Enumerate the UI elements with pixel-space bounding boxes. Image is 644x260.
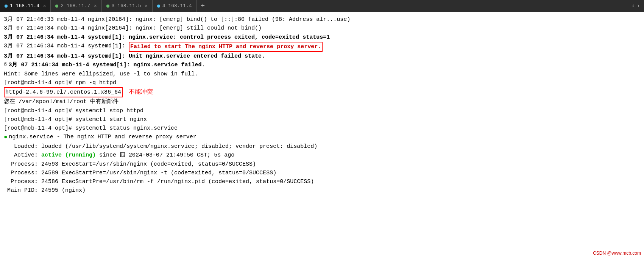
- tab-1[interactable]: 1 168.11.4 ✕: [0, 0, 51, 12]
- terminal-line-13: [root@mcb-11-4 opt]# systemctl status ng…: [4, 124, 640, 133]
- tab-3-dot: [106, 5, 109, 8]
- line-text-18: Process: 24589 ExecStartPre=/usr/sbin/ng…: [4, 169, 276, 177]
- tab-1-close[interactable]: ✕: [43, 3, 46, 9]
- line-text-1: 3月 07 21:46:33 mcb-11-4 nginx[20164]: ng…: [4, 15, 350, 24]
- terminal-line-15: Loaded: loaded (/usr/lib/systemd/system/…: [4, 142, 640, 151]
- terminal-line-19: Process: 24586 ExecStartPre=/usr/bin/rm …: [4, 177, 640, 186]
- terminal-line-20: Main PID: 24595 (nginx): [4, 186, 640, 195]
- line-num-6: 6: [4, 61, 7, 69]
- tab-add-button[interactable]: +: [197, 0, 209, 12]
- nav-left-arrow[interactable]: ‹: [632, 3, 635, 9]
- line-text-17: Process: 24593 ExecStart=/usr/sbin/nginx…: [4, 160, 256, 169]
- line-text-19: Process: 24586 ExecStartPre=/usr/bin/rm …: [4, 177, 314, 186]
- annotation-conflict: 不能冲突: [129, 87, 153, 97]
- terminal-line-12: [root@mcb-11-4 opt]# systemctl start ngi…: [4, 115, 640, 124]
- line-text-8: [root@mcb-11-4 opt]# rpm -q httpd: [4, 78, 116, 87]
- terminal-line-3: 3月 07 21:46:34 mcb-11-4 systemd[1]: ngin…: [4, 33, 640, 42]
- terminal-line-18: Process: 24589 ExecStartPre=/usr/sbin/ng…: [4, 169, 640, 177]
- tab-2-close[interactable]: ✕: [94, 3, 97, 9]
- terminal-line-17: Process: 24593 ExecStart=/usr/sbin/nginx…: [4, 160, 640, 169]
- tab-3[interactable]: 3 168.11.5 ✕: [102, 0, 153, 12]
- terminal-line-6: 6 3月 07 21:46:34 mcb-11-4 systemd[1]: ng…: [4, 61, 640, 69]
- line-text-14: nginx.service - The nginx HTTP and rever…: [9, 133, 196, 141]
- nav-right-arrow[interactable]: ›: [636, 3, 640, 9]
- line-text-3: 3月 07 21:46:34 mcb-11-4 systemd[1]: ngin…: [4, 33, 330, 42]
- tab-3-close[interactable]: ✕: [145, 3, 148, 9]
- line-boxed-9: httpd-2.4.6-99.el7.centos.1.x86_64: [4, 87, 123, 97]
- tab-4-dot: [157, 5, 160, 8]
- terminal-line-8: [root@mcb-11-4 opt]# rpm -q httpd: [4, 78, 640, 87]
- watermark: CSDN @www.mcb.com: [593, 250, 641, 257]
- line-prefix-4: 3月 07 21:46:34 mcb-11-4 systemd[1]:: [4, 42, 129, 50]
- terminal-line-4: 3月 07 21:46:34 mcb-11-4 systemd[1]: Fail…: [4, 42, 640, 52]
- status-bullet: ●: [4, 133, 8, 142]
- tab-2-label: 2 168.11.7: [61, 3, 90, 9]
- tab-3-label: 3 168.11.5: [112, 3, 141, 9]
- terminal-line-5: 3月 07 21:46:34 mcb-11-4 systemd[1]: Unit…: [4, 52, 640, 61]
- line-active-prefix: Active:: [4, 151, 41, 160]
- terminal-line-1: 3月 07 21:46:33 mcb-11-4 nginx[20164]: ng…: [4, 15, 640, 24]
- nav-arrows: ‹ ›: [632, 3, 644, 9]
- tab-4-label: 4 168.11.4: [162, 3, 192, 9]
- terminal-line-11: [root@mcb-11-4 opt]# systemctl stop http…: [4, 107, 640, 115]
- terminal-line-2: 3月 07 21:46:34 mcb-11-4 nginx[20164]: ng…: [4, 24, 640, 33]
- terminal-line-14: ● nginx.service - The nginx HTTP and rev…: [4, 133, 640, 142]
- tab-2[interactable]: 2 168.11.7 ✕: [51, 0, 101, 12]
- line-text-10: 您在 /var/spool/mail/root 中有新邮件: [4, 97, 119, 106]
- tab-1-dot: [5, 5, 8, 8]
- terminal-line-10: 您在 /var/spool/mail/root 中有新邮件: [4, 97, 640, 106]
- terminal-area: 3月 07 21:46:33 mcb-11-4 nginx[20164]: ng…: [0, 12, 644, 260]
- terminal-line-9: httpd-2.4.6-99.el7.centos.1.x86_64 不能冲突: [4, 87, 640, 97]
- line-active-suffix: since 四 2024-03-07 21:49:50 CST; 5s ago: [96, 151, 234, 160]
- line-text-2: 3月 07 21:46:34 mcb-11-4 nginx[20164]: ng…: [4, 24, 262, 33]
- line-text-7: Hint: Some lines were ellipsized, use -l…: [4, 70, 198, 78]
- line-text-5: 3月 07 21:46:34 mcb-11-4 systemd[1]: Unit…: [4, 52, 265, 61]
- line-text-6: 3月 07 21:46:34 mcb-11-4 systemd[1]: ngin…: [8, 61, 205, 69]
- line-error-4: Failed to start The nginx HTTP and rever…: [129, 42, 323, 52]
- tab-bar: 1 168.11.4 ✕ 2 168.11.7 ✕ 3 168.11.5 ✕ 4…: [0, 0, 644, 12]
- line-text-15: Loaded: loaded (/usr/lib/systemd/system/…: [4, 142, 317, 151]
- terminal-line-7: Hint: Some lines were ellipsized, use -l…: [4, 70, 640, 78]
- tab-1-label: 1 168.11.4: [10, 3, 39, 9]
- line-text-12: [root@mcb-11-4 opt]# systemctl start ngi…: [4, 115, 147, 124]
- active-running-status: active (running): [41, 151, 96, 160]
- line-text-11: [root@mcb-11-4 opt]# systemctl stop http…: [4, 107, 143, 115]
- terminal-line-16: Active: active (running) since 四 2024-03…: [4, 151, 640, 160]
- tab-2-dot: [55, 5, 58, 8]
- line-text-13: [root@mcb-11-4 opt]# systemctl status ng…: [4, 124, 178, 133]
- tab-4[interactable]: 4 168.11.4: [153, 0, 197, 12]
- line-text-20: Main PID: 24595 (nginx): [4, 186, 86, 195]
